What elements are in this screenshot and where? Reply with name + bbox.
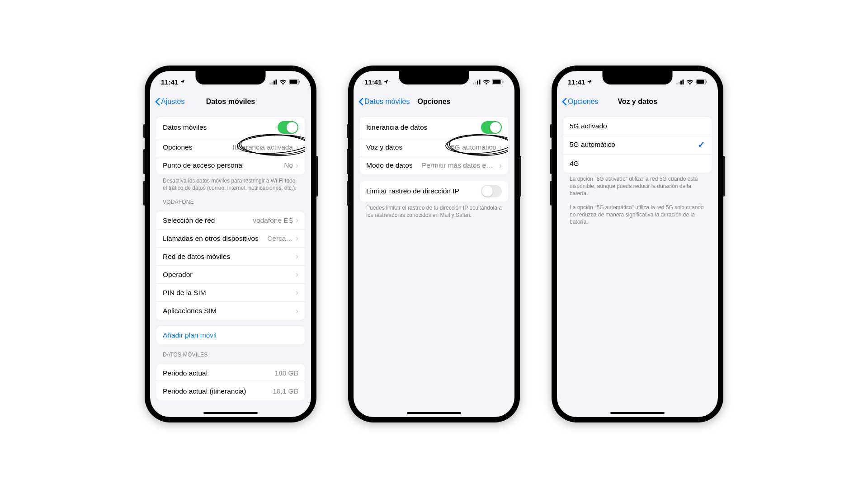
location-icon [383, 79, 389, 84]
notch [603, 71, 673, 84]
phone-mockup-2: 11:41 Datos móviles Opciones Itinerancia… [348, 66, 520, 422]
label: Modo de datos [366, 161, 422, 169]
label: Voz y datos [366, 143, 451, 151]
footer-text: Puedes limitar el rastreo de tu direcció… [354, 202, 514, 219]
row-opciones[interactable]: Opciones Itinerancia activada › [156, 138, 305, 156]
option-5g-automatico[interactable]: 5G automático ✓ [563, 135, 712, 155]
chevron-right-icon: › [296, 307, 298, 314]
label: 4G [570, 160, 705, 168]
status-time: 11:41 [161, 78, 178, 86]
cellular-icon [473, 80, 481, 84]
location-icon [180, 79, 185, 84]
svg-rect-26 [706, 81, 707, 83]
page-title: Datos móviles [206, 98, 255, 106]
row-operador[interactable]: Operador › [156, 266, 305, 284]
label: Limitar rastreo de dirección IP [366, 187, 481, 195]
toggle-limitar-rastreo[interactable] [481, 185, 502, 197]
battery-icon [492, 79, 504, 84]
svg-rect-23 [683, 80, 684, 84]
row-seleccion-red[interactable]: Selección de red vodafone ES › [156, 211, 305, 230]
row-punto-acceso[interactable]: Punto de acceso personal No › [156, 156, 305, 174]
chevron-right-icon: › [296, 235, 298, 242]
notch [399, 71, 469, 84]
chevron-left-icon [155, 98, 160, 106]
phone-mockup-3: 11:41 Opciones Voz y datos 5G activado [552, 66, 723, 422]
chevron-right-icon: › [296, 289, 298, 296]
row-llamadas[interactable]: Llamadas en otros dispositivos Cerca… › [156, 230, 305, 248]
svg-rect-11 [475, 82, 476, 84]
chevron-right-icon: › [296, 162, 298, 169]
back-label: Opciones [568, 98, 599, 106]
back-button[interactable]: Opciones [561, 98, 599, 106]
svg-rect-16 [503, 81, 504, 83]
row-periodo-actual: Periodo actual 180 GB [156, 364, 305, 382]
option-5g-activado[interactable]: 5G activado [563, 117, 712, 135]
label: Selección de red [163, 216, 253, 225]
page-title: Opciones [418, 98, 451, 106]
svg-rect-15 [493, 80, 501, 84]
svg-rect-5 [290, 80, 297, 84]
label: Opciones [163, 143, 232, 151]
svg-rect-13 [479, 80, 481, 84]
value: Cerca… [267, 235, 293, 243]
toggle-datos-moviles[interactable] [278, 121, 298, 134]
chevron-right-icon: › [499, 144, 502, 151]
row-modo-datos[interactable]: Modo de datos Permitir más datos en… › [360, 156, 508, 174]
label: Periodo actual [163, 369, 274, 377]
row-apps-sim[interactable]: Aplicaciones SIM › [156, 302, 305, 320]
wifi-icon [483, 79, 490, 84]
chevron-right-icon: › [296, 271, 298, 278]
label: Punto de acceso personal [163, 161, 284, 169]
toggle-itinerancia[interactable] [481, 121, 502, 134]
label: Itinerancia de datos [366, 123, 481, 131]
home-indicator[interactable] [203, 412, 258, 414]
section-header-datos: DATOS MÓVILES [150, 344, 311, 360]
svg-rect-0 [269, 83, 271, 84]
value: Itinerancia activada [232, 143, 293, 151]
location-icon [587, 79, 592, 84]
phone-mockup-1: 11:41 Ajustes Datos móviles Datos móvile… [145, 66, 316, 422]
chevron-right-icon: › [296, 144, 298, 151]
footer-text-2: La opción "5G automático" utiliza la red… [557, 197, 718, 226]
row-red-datos[interactable]: Red de datos móviles › [156, 248, 305, 266]
value: 180 GB [274, 369, 298, 377]
home-indicator[interactable] [610, 412, 665, 414]
row-itinerancia[interactable]: Itinerancia de datos [360, 117, 508, 138]
nav-bar: Ajustes Datos móviles [150, 93, 311, 111]
svg-rect-3 [276, 80, 277, 84]
wifi-icon [279, 79, 287, 84]
row-limitar-rastreo[interactable]: Limitar rastreo de dirección IP [360, 181, 508, 202]
notch [196, 71, 266, 84]
row-pin-sim[interactable]: PIN de la SIM › [156, 284, 305, 302]
option-4g[interactable]: 4G [563, 155, 712, 173]
label: Operador [163, 271, 293, 279]
svg-rect-10 [473, 83, 474, 84]
label: Datos móviles [163, 123, 278, 131]
svg-rect-6 [299, 81, 300, 83]
label: Aplicaciones SIM [163, 307, 293, 315]
svg-rect-22 [680, 80, 682, 84]
value: 5G automático [451, 143, 496, 151]
value: vodafone ES [253, 216, 293, 225]
svg-rect-1 [272, 82, 273, 84]
cellular-icon [269, 80, 277, 84]
battery-icon [696, 79, 707, 84]
page-title: Voz y datos [618, 98, 657, 106]
chevron-left-icon [358, 98, 363, 106]
home-indicator[interactable] [407, 412, 461, 414]
battery-icon [289, 79, 300, 84]
row-anadir-plan[interactable]: Añadir plan móvil [156, 326, 305, 344]
label: Red de datos móviles [163, 253, 293, 261]
svg-rect-12 [477, 80, 478, 84]
cellular-icon [676, 80, 684, 84]
footer-text-1: La opción "5G activado" utiliza la red 5… [557, 173, 718, 197]
back-button[interactable]: Ajustes [155, 98, 184, 106]
svg-rect-20 [676, 83, 678, 84]
row-voz-datos[interactable]: Voz y datos 5G automático › [360, 138, 508, 156]
back-button[interactable]: Datos móviles [358, 98, 410, 106]
row-periodo-itin: Periodo actual (itinerancia) 10,1 GB [156, 382, 305, 400]
footer-text: Desactiva los datos móviles para restrin… [150, 174, 311, 192]
status-time: 11:41 [568, 78, 585, 86]
row-datos-moviles[interactable]: Datos móviles [156, 117, 305, 138]
chevron-left-icon [561, 98, 567, 106]
